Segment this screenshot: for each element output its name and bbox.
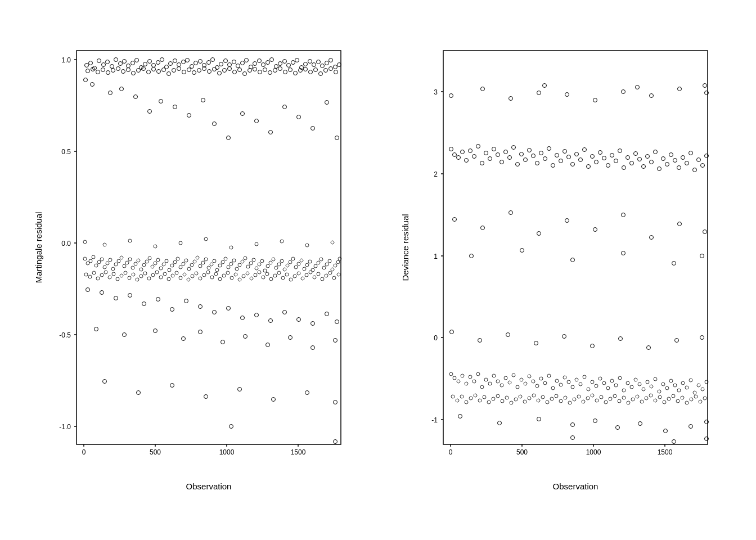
svg-text:0.0: 0.0: [61, 240, 71, 248]
svg-text:1.0: 1.0: [61, 56, 71, 64]
svg-text:1000: 1000: [586, 448, 601, 456]
deviance-y-label: Deviance residual: [400, 214, 410, 281]
deviance-x-label: Observation: [553, 482, 598, 491]
svg-text:1: 1: [434, 253, 438, 260]
svg-text:1000: 1000: [219, 448, 235, 456]
svg-text:0: 0: [434, 334, 438, 342]
svg-text:1500: 1500: [291, 448, 306, 456]
deviance-chart: Deviance residual Observation 3 2 1 0: [398, 34, 724, 495]
martingale-chart: Martingale residual Observation 1.0 0.5 …: [32, 34, 358, 495]
svg-text:-1: -1: [431, 416, 438, 424]
svg-text:1500: 1500: [658, 448, 673, 456]
svg-rect-0: [76, 51, 341, 444]
charts-container: Martingale residual Observation 1.0 0.5 …: [0, 0, 756, 540]
svg-text:2: 2: [434, 170, 438, 178]
svg-text:0: 0: [82, 448, 86, 456]
svg-text:500: 500: [516, 448, 528, 456]
martingale-x-label: Observation: [186, 482, 232, 491]
left-chart-wrapper: Martingale residual Observation 1.0 0.5 …: [11, 22, 378, 506]
right-chart-wrapper: Deviance residual Observation 3 2 1 0: [378, 22, 745, 506]
martingale-y-label: Martingale residual: [34, 212, 43, 284]
svg-text:-0.5: -0.5: [59, 331, 71, 339]
svg-text:3: 3: [434, 88, 438, 96]
svg-text:0.5: 0.5: [61, 148, 71, 156]
svg-text:500: 500: [150, 448, 161, 456]
svg-text:-1.0: -1.0: [59, 423, 71, 431]
svg-text:0: 0: [449, 448, 453, 456]
